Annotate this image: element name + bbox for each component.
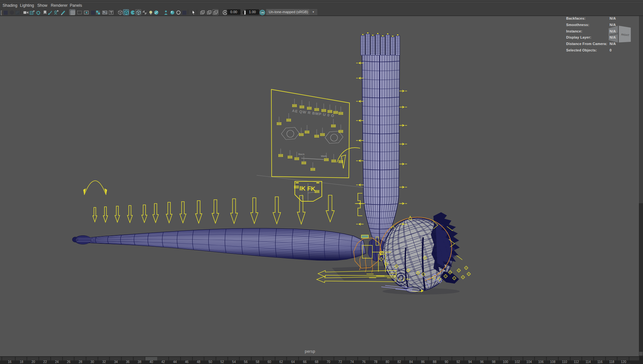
disabled-icon-1[interactable] — [3, 9, 8, 15]
frame-label-70: 70 — [327, 360, 330, 364]
frame-label-34: 34 — [114, 360, 118, 364]
disabled-icon-3[interactable] — [14, 9, 20, 15]
down-arrow-control[interactable] — [195, 201, 202, 223]
dropdown-arrow-icon[interactable]: ▼ — [309, 9, 317, 15]
down-arrow-control[interactable] — [231, 199, 238, 223]
exposure-field[interactable]: 0.00 — [227, 9, 240, 15]
wing-tick-left[interactable] — [356, 223, 364, 225]
isolate-view-icon[interactable] — [213, 9, 218, 15]
safe-title-icon[interactable] — [108, 9, 114, 15]
frame-label-18: 18 — [20, 360, 23, 364]
add-camera-icon[interactable] — [53, 9, 59, 15]
grease-pencil-icon[interactable] — [47, 9, 53, 15]
down-arrow-control[interactable] — [103, 207, 108, 222]
frame-label-84: 84 — [409, 360, 413, 364]
wing-tick-right[interactable] — [399, 203, 407, 205]
isolate-add-icon[interactable] — [206, 9, 212, 15]
checker-ball-icon[interactable] — [141, 9, 147, 15]
toolbar-separator — [21, 10, 21, 14]
menu-show[interactable]: Show — [37, 3, 47, 8]
wing-tick-right[interactable] — [399, 106, 407, 108]
hud-value-3: N/A — [610, 35, 616, 39]
field-chart-icon[interactable] — [95, 9, 101, 15]
down-arrow-control[interactable] — [142, 205, 147, 223]
camera-attributes-icon[interactable] — [29, 9, 35, 15]
xray-icon[interactable] — [163, 9, 168, 15]
safe-action-icon[interactable] — [102, 9, 107, 15]
textured-mode-icon[interactable] — [130, 9, 135, 15]
down-arrow-control[interactable] — [251, 198, 258, 223]
frame-label-46: 46 — [185, 360, 188, 364]
shadows-icon[interactable] — [153, 9, 159, 15]
down-arrow-control[interactable] — [153, 204, 158, 223]
toolbar-separator — [115, 10, 115, 14]
hud-label-5: Selected Objects: — [566, 48, 597, 52]
menu-panels[interactable]: Panels — [70, 3, 82, 8]
hud-value-5: 0 — [610, 48, 611, 52]
bookmark-icon[interactable] — [42, 9, 48, 15]
pencil-icon[interactable] — [60, 9, 66, 15]
wing-tick-left[interactable] — [356, 160, 364, 162]
camera-settings-icon[interactable] — [35, 9, 41, 15]
frame-label-36: 36 — [126, 360, 130, 364]
wing-tick-right[interactable] — [399, 163, 407, 165]
frame-label-66: 66 — [303, 360, 306, 364]
wing-flag-control — [337, 148, 360, 168]
scrollbar-thumb[interactable] — [639, 16, 643, 203]
down-arrow-control[interactable] — [273, 197, 281, 224]
viewport-scrollbar[interactable] — [638, 16, 643, 356]
use-lights-icon[interactable] — [148, 9, 153, 15]
down-arrow-control[interactable] — [127, 205, 132, 223]
shaded-mode-icon[interactable] — [123, 9, 129, 15]
wing-tick-left[interactable] — [356, 140, 364, 141]
frame-label-50: 50 — [209, 360, 212, 364]
menu-lighting[interactable]: Lighting — [20, 3, 34, 8]
frame-label-32: 32 — [102, 360, 106, 364]
viewport-3d[interactable]: AE QW R BMP U 0 O Back Walk IK FK — [0, 16, 643, 356]
tone-map-toggle-icon[interactable]: ON — [259, 9, 265, 15]
wireframe-icon[interactable] — [117, 9, 123, 15]
menu-shading[interactable]: Shading — [3, 3, 17, 8]
down-arrow-control[interactable] — [166, 202, 172, 223]
down-arrow-control[interactable] — [180, 202, 186, 223]
colorspace-dropdown[interactable]: Un-tone-mapped (sRGB) — [266, 9, 309, 15]
wing-tick-right[interactable] — [399, 143, 407, 145]
gamma-field[interactable]: 1.00 — [246, 9, 259, 15]
panel-menu-bar: ShadingLightingShowRendererPanels — [0, 2, 643, 9]
film-gate-icon[interactable] — [77, 9, 82, 15]
isolate-select-icon[interactable] — [199, 9, 205, 15]
menu-renderer[interactable]: Renderer — [51, 3, 68, 8]
motion-blur-icon[interactable] — [175, 9, 181, 15]
grid-icon[interactable] — [69, 9, 75, 15]
disabled-icon-2[interactable] — [9, 9, 14, 15]
wing-tick-right[interactable] — [399, 186, 407, 188]
down-arrow-control[interactable] — [115, 206, 120, 222]
frame-label-88: 88 — [433, 360, 436, 364]
wing-tick-right[interactable] — [399, 124, 407, 126]
frame-label-30: 30 — [90, 360, 94, 364]
down-arrow-control[interactable] — [93, 207, 97, 222]
wing-tick-left[interactable] — [356, 184, 364, 186]
hud-label-0: Backfaces: — [566, 16, 585, 20]
down-arrow-control[interactable] — [326, 195, 334, 222]
ao-icon[interactable] — [169, 9, 175, 15]
toolbar-separator — [67, 10, 68, 14]
wing-tick-right[interactable] — [399, 90, 407, 92]
frame-label-76: 76 — [362, 360, 366, 364]
view-cube[interactable]: FRONT RIGHT — [607, 24, 633, 44]
hud-label-2: Instance: — [566, 29, 582, 33]
time-slider[interactable]: ..... 1416182022242628303234363840424446… — [0, 356, 643, 364]
leg-cluster-mesh[interactable] — [440, 271, 459, 284]
frame-label-22: 22 — [43, 360, 47, 364]
dragonfly-wing-mesh[interactable] — [361, 32, 400, 254]
down-arrow-control[interactable] — [212, 200, 219, 223]
frame-label-26: 26 — [67, 360, 70, 364]
select-tool-icon[interactable] — [190, 9, 196, 15]
resolution-gate-icon[interactable] — [83, 9, 89, 15]
camera-icon[interactable] — [23, 9, 29, 15]
frame-label-114: 114 — [585, 360, 591, 364]
wireframe-on-shaded-icon[interactable] — [135, 9, 141, 15]
down-arrow-control[interactable] — [297, 196, 305, 224]
dragonfly-abdomen-mesh[interactable] — [72, 228, 366, 260]
multisample-icon[interactable] — [181, 9, 187, 15]
